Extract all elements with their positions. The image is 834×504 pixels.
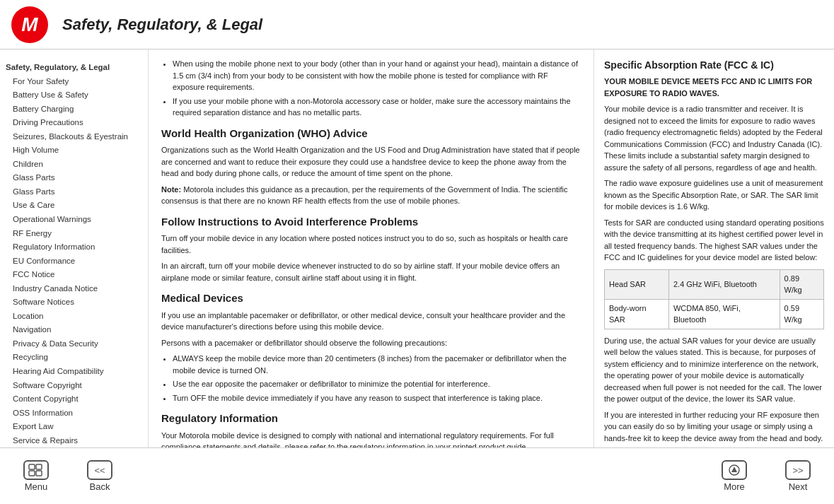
medical-bullet-3: Turn OFF the mobile device immediately i… (173, 392, 581, 404)
who-heading: World Health Organization (WHO) Advice (161, 126, 581, 142)
sar-p3: Tests for SAR are conducted using standa… (604, 217, 824, 264)
interference-p1: Turn off your mobile device in any locat… (161, 233, 581, 256)
bullet-item: When using the mobile phone next to your… (173, 58, 581, 93)
menu-button[interactable]: Menu (11, 460, 61, 492)
sidebar-item-22[interactable]: Hearing Aid Compatibility (6, 365, 148, 379)
sar-bodyworn-label: Body-worn SAR (605, 299, 669, 329)
regulatory-heading: Regulatory Information (161, 411, 581, 427)
sidebar-item-26[interactable]: Export Law (6, 420, 148, 434)
logo-letter: M (21, 13, 37, 36)
svg-rect-2 (29, 471, 35, 476)
more-button[interactable]: More (710, 460, 759, 492)
sidebar-item-15[interactable]: FCC Notice (6, 268, 148, 282)
more-label: More (724, 481, 745, 492)
sar-row-1: Head SAR 2.4 GHz WiFi, Bluetooth 0.89 W/… (605, 269, 824, 299)
back-icon: << (87, 460, 112, 480)
sidebar-item-12[interactable]: RF Energy (6, 227, 148, 241)
intro-bullets: When using the mobile phone next to your… (173, 58, 581, 119)
sidebar-item-8[interactable]: Glass Parts (6, 171, 148, 185)
svg-rect-1 (36, 464, 42, 469)
sar-p1: Your mobile device is a radio transmitte… (604, 103, 824, 173)
svg-rect-3 (36, 471, 42, 476)
sar-row-2: Body-worn SAR WCDMA 850, WiFi, Bluetooth… (605, 299, 824, 329)
who-note-text: Motorola includes this guidance as a pre… (161, 185, 568, 206)
content-area: When using the mobile phone next to your… (149, 49, 593, 447)
sidebar-item-16[interactable]: Industry Canada Notice (6, 282, 148, 296)
next-icon-text: >> (792, 465, 803, 476)
sidebar-item-9[interactable]: Glass Parts (6, 185, 148, 199)
sar-heading: Specific Absorption Rate (FCC & IC) (604, 58, 824, 73)
sar-p2: The radio wave exposure guidelines use a… (604, 177, 824, 213)
svg-rect-0 (29, 464, 35, 469)
medical-bullet-1: ALWAYS keep the mobile device more than … (173, 353, 581, 376)
medical-bullets: ALWAYS keep the mobile device more than … (173, 353, 581, 404)
sidebar-item-11[interactable]: Operational Warnings (6, 213, 148, 227)
sidebar-item-5[interactable]: Seizures, Blackouts & Eyestrain (6, 130, 148, 144)
main-area: Safety, Regulatory, & LegalFor Your Safe… (0, 49, 834, 447)
menu-label: Menu (25, 481, 48, 492)
bullet-item: If you use your mobile phone with a non-… (173, 95, 581, 119)
back-label: Back (90, 481, 110, 492)
svg-marker-5 (731, 467, 737, 472)
medical-bullet-2: Use the ear opposite the pacemaker or de… (173, 378, 581, 390)
sidebar-item-20[interactable]: Privacy & Data Security (6, 337, 148, 351)
sidebar-item-27[interactable]: Service & Repairs (6, 434, 148, 447)
menu-icon (23, 460, 49, 480)
sar-head-label: Head SAR (605, 269, 669, 299)
more-icon (722, 460, 747, 480)
sidebar-item-4[interactable]: Driving Precautions (6, 116, 148, 130)
menu-icon-svg (28, 464, 44, 476)
sidebar-item-17[interactable]: Software Notices (6, 295, 148, 310)
sar-p4: During use, the actual SAR values for yo… (604, 335, 824, 405)
sidebar-item-10[interactable]: Use & Care (6, 199, 148, 213)
next-label: Next (789, 481, 808, 492)
sidebar: Safety, Regulatory, & LegalFor Your Safe… (0, 49, 149, 447)
sar-bold-upper: YOUR MOBILE DEVICE MEETS FCC AND IC LIMI… (604, 76, 824, 99)
back-icon-text: << (94, 465, 105, 476)
interference-p2: In an aircraft, turn off your mobile dev… (161, 260, 581, 283)
bottom-bar: Menu << Back More >> Next (0, 447, 834, 504)
sidebar-item-21[interactable]: Recycling (6, 351, 148, 365)
regulatory-p1: Your Motorola mobile device is designed … (161, 430, 581, 448)
sidebar-item-7[interactable]: Children (6, 158, 148, 172)
sidebar-item-14[interactable]: EU Conformance (6, 254, 148, 269)
sar-bodyworn-value: 0.59 W/kg (780, 299, 823, 329)
sar-head-value: 0.89 W/kg (780, 269, 823, 299)
sidebar-item-0[interactable]: Safety, Regulatory, & Legal (6, 61, 148, 75)
sidebar-item-1[interactable]: For Your Safety (6, 75, 148, 89)
right-panel: Specific Absorption Rate (FCC & IC) YOUR… (593, 49, 834, 447)
sidebar-item-19[interactable]: Navigation (6, 323, 148, 337)
medical-p1: If you use an implantable pacemaker or d… (161, 310, 581, 333)
motorola-logo: M (11, 6, 48, 43)
sidebar-item-2[interactable]: Battery Use & Safety (6, 88, 148, 102)
sidebar-item-13[interactable]: Regulatory Information (6, 240, 148, 254)
sidebar-item-3[interactable]: Battery Charging (6, 102, 148, 117)
sidebar-item-25[interactable]: OSS Information (6, 406, 148, 421)
interference-heading: Follow Instructions to Avoid Interferenc… (161, 214, 581, 230)
who-note: Note: Motorola includes this guidance as… (161, 184, 581, 207)
next-icon: >> (785, 460, 811, 480)
sar-table: Head SAR 2.4 GHz WiFi, Bluetooth 0.89 W/… (604, 269, 824, 329)
medical-heading: Medical Devices (161, 291, 581, 307)
next-button[interactable]: >> Next (773, 460, 823, 492)
page-title: Safety, Regulatory, & Legal (62, 16, 262, 34)
sidebar-item-24[interactable]: Content Copyright (6, 392, 148, 406)
header: M Safety, Regulatory, & Legal (0, 0, 834, 49)
back-button[interactable]: << Back (75, 460, 124, 492)
more-icon-svg (727, 464, 741, 476)
sar-bodyworn-desc: WCDMA 850, WiFi, Bluetooth (668, 299, 780, 329)
sar-p5: If you are interested in further reducin… (604, 409, 824, 445)
bottom-right: More >> Next (710, 460, 823, 492)
sidebar-item-6[interactable]: High Volume (6, 143, 148, 158)
sidebar-item-23[interactable]: Software Copyright (6, 379, 148, 393)
sar-head-desc: 2.4 GHz WiFi, Bluetooth (668, 269, 780, 299)
medical-p2: Persons with a pacemaker or defibrillato… (161, 337, 581, 349)
who-text: Organizations such as the World Health O… (161, 144, 581, 180)
sidebar-item-18[interactable]: Location (6, 310, 148, 324)
